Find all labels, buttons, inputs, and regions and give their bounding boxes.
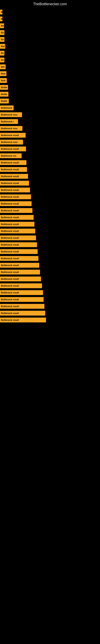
bar-label: Bot: [0, 64, 6, 69]
bar-row: Bottleneck result: [0, 167, 100, 172]
bar-row: Bottleneck result: [0, 290, 100, 296]
bar-label: Bottleneck result: [0, 222, 34, 226]
bar-row: Bottleneck result: [0, 276, 100, 282]
bar-row: Bottleneck result: [0, 297, 100, 302]
bar-row: Bottleneck resu: [0, 139, 100, 145]
bar-label: Bottleneck resu: [0, 112, 22, 117]
bar-label: Bo: [0, 30, 4, 35]
bar-row: B: [0, 16, 100, 22]
bar-row: Bottleneck result: [0, 194, 100, 200]
bar-row: Bo: [0, 50, 100, 56]
bar-label: Bottleneck result: [0, 133, 26, 138]
bar-row: Bottleneck result: [0, 310, 100, 316]
bar-row: Bottleneck result: [0, 201, 100, 206]
bar-row: Bottleneck result: [0, 235, 100, 241]
bar-label: Bottleneck result: [0, 181, 29, 186]
bar-label: Bottleneck result: [0, 318, 46, 322]
bar-label: Bottleneck result: [0, 236, 36, 240]
bar-row: Bo: [0, 37, 100, 42]
bar-label: Bo: [0, 58, 4, 62]
bars-container: BBBoBoBoBotBoBoBotBottBottBottleBottleBo…: [0, 7, 100, 323]
bar-row: Bottleneck result: [0, 269, 100, 275]
bar-label: Bottleneck result: [0, 228, 35, 234]
bar-label: Bottleneck result: [0, 256, 38, 261]
bar-row: Bott: [0, 71, 100, 76]
bar-label: Bottle: [0, 98, 9, 104]
bar-row: Bottleneck result: [0, 283, 100, 288]
bar-row: Bo: [0, 30, 100, 36]
bar-label: Bottleneck result: [0, 215, 34, 220]
bar-label: Bottleneck result: [0, 270, 40, 274]
bar-label: Bottleneck result: [0, 297, 44, 302]
bar-row: Bottleneck result: [0, 317, 100, 323]
bar-row: Bottle: [0, 98, 100, 104]
bar-row: Bottleneck result: [0, 222, 100, 227]
bar-label: Bottleneck result: [0, 304, 44, 309]
bar-row: Bottleneck result: [0, 146, 100, 152]
bar-row: Bottleneck r: [0, 119, 100, 124]
bar-label: Bottleneck: [0, 106, 14, 110]
bar-row: Bottleneck result: [0, 180, 100, 186]
bar-row: Bottleneck result: [0, 174, 100, 179]
bar-label: Bottleneck result: [0, 249, 38, 254]
bar-row: Bottleneck result: [0, 228, 100, 234]
bar-row: Bottleneck result: [0, 304, 100, 309]
bar-label: Bo: [0, 23, 4, 28]
bar-row: Bottle: [0, 91, 100, 97]
bar-row: Bottle: [0, 84, 100, 90]
bar-label: Bottleneck result: [0, 263, 39, 268]
bar-label: B: [0, 16, 2, 21]
bar-row: Bottleneck result: [0, 249, 100, 254]
bar-label: Bottleneck result: [0, 311, 45, 316]
bar-label: Bot: [0, 44, 5, 49]
bar-row: Bottleneck: [0, 105, 100, 111]
bar-row: Bottleneck result: [0, 256, 100, 261]
bar-row: Bottleneck result: [0, 242, 100, 248]
bar-label: Bottleneck resu: [0, 140, 23, 144]
bar-label: Bottleneck result: [0, 208, 32, 213]
bar-label: Bottleneck result: [0, 194, 31, 199]
bar-row: Bott: [0, 78, 100, 83]
bar-row: Bo: [0, 23, 100, 28]
bar-label: Bottleneck result: [0, 242, 37, 247]
bar-label: Bottleneck r: [0, 119, 18, 124]
bar-label: Bottle: [0, 85, 8, 90]
bar-row: Bottleneck result: [0, 187, 100, 193]
bar-label: Bottleneck result: [0, 283, 42, 288]
bar-label: Bottleneck result: [0, 201, 32, 206]
bar-row: Bottleneck resu: [0, 126, 100, 131]
bar-label: Bottleneck resu: [0, 126, 22, 131]
bar-row: Bottleneck res: [0, 153, 100, 158]
bar-label: Bottleneck result: [0, 290, 43, 295]
bar-row: Bottleneck result: [0, 160, 100, 166]
bar-label: B: [0, 10, 2, 14]
bar-label: Bottleneck result: [0, 167, 27, 172]
bar-label: Bottleneck result: [0, 188, 30, 192]
bar-row: Bo: [0, 57, 100, 63]
bar-label: Bottleneck result: [0, 174, 28, 179]
bar-label: Bottleneck res: [0, 153, 22, 158]
bar-label: Bott: [0, 71, 6, 76]
bar-label: Bottleneck result: [0, 160, 26, 165]
bar-label: Bottleneck result: [0, 276, 41, 281]
site-title: TheBottlenecker.com: [0, 0, 100, 7]
bar-label: Bo: [0, 37, 4, 42]
bar-row: Bottleneck result: [0, 214, 100, 220]
bar-label: Bottle: [0, 92, 8, 96]
bar-row: Bottleneck result: [0, 262, 100, 268]
bar-row: Bot: [0, 44, 100, 49]
bar-label: Bottleneck result: [0, 146, 26, 151]
bar-row: Bottleneck result: [0, 208, 100, 213]
bar-row: Bottleneck result: [0, 132, 100, 138]
bar-label: Bo: [0, 51, 4, 56]
bar-label: Bott: [0, 78, 7, 83]
bar-row: Bot: [0, 64, 100, 70]
bar-row: B: [0, 9, 100, 15]
bar-row: Bottleneck resu: [0, 112, 100, 118]
